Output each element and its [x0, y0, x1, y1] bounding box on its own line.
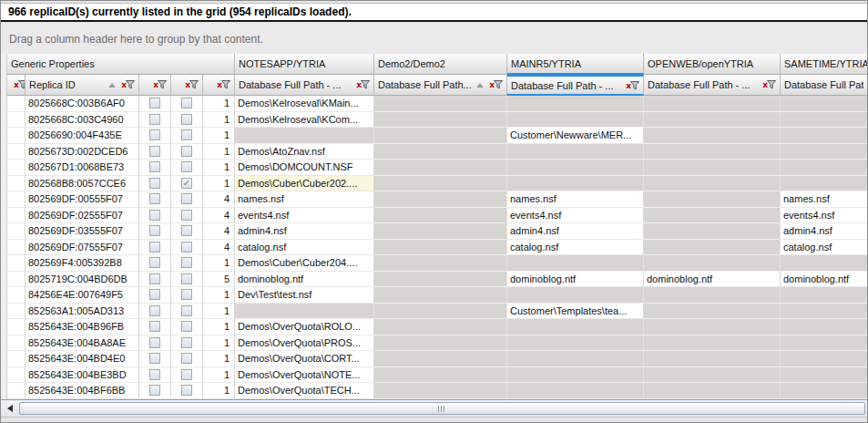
checkbox-unchecked[interactable] — [181, 273, 192, 284]
checkbox-unchecked[interactable] — [149, 369, 160, 380]
path-cell-demo2[interactable] — [374, 335, 507, 352]
path-cell-notesapp[interactable]: admin4.nsf — [235, 223, 374, 240]
replica-count-cell[interactable]: 1 — [203, 255, 235, 272]
column-header-count[interactable]: x — [203, 75, 235, 96]
replica-count-cell[interactable]: 4 — [203, 191, 235, 208]
row-indicator-cell[interactable] — [7, 367, 26, 384]
path-cell-sametime[interactable]: admin4.nsf — [781, 223, 867, 240]
path-cell-mainr5[interactable]: admin4.nsf — [507, 223, 644, 240]
checkbox-unchecked[interactable] — [181, 321, 192, 332]
path-cell-sametime[interactable] — [781, 144, 867, 160]
path-cell-demo2[interactable] — [374, 367, 507, 384]
row-indicator-cell[interactable] — [7, 240, 26, 256]
row-indicator-cell[interactable] — [7, 176, 26, 192]
replica-id-cell[interactable]: 8525643E:004BA8AE — [26, 335, 139, 352]
replica-count-cell[interactable]: 5 — [203, 272, 235, 288]
replica-count-cell[interactable]: 1 — [203, 112, 235, 129]
replica-id-cell[interactable]: 84256E4E:007649F5 — [26, 287, 139, 304]
replica-id-cell[interactable]: 802569F4:005392B8 — [26, 255, 139, 272]
path-cell-mainr5[interactable] — [507, 144, 644, 160]
replica-id-cell[interactable]: 8525643E:004BE3BD — [26, 367, 139, 384]
scrollbar-thumb[interactable] — [19, 402, 865, 415]
replica-id-cell[interactable]: 8525643E:004BD4E0 — [26, 351, 139, 367]
path-cell-sametime[interactable] — [781, 96, 867, 112]
checkbox-unchecked[interactable] — [181, 225, 192, 236]
replica-count-cell[interactable]: 1 — [203, 367, 235, 384]
column-header-notesapp[interactable]: Database Full Path - ...x — [235, 75, 374, 96]
replica-id-cell[interactable]: 8025673D:002DCED6 — [26, 144, 139, 160]
column-header-openweb[interactable]: Database Full Path - ...x — [644, 75, 781, 96]
path-cell-demo2[interactable] — [374, 272, 507, 288]
path-cell-sametime[interactable]: events4.nsf — [781, 208, 867, 224]
path-cell-sametime[interactable] — [781, 319, 867, 335]
path-cell-notesapp[interactable]: Demos\OverQuota\PROS... — [235, 335, 374, 352]
checkbox-unchecked[interactable] — [149, 321, 160, 332]
replica-count-cell[interactable]: 4 — [203, 208, 235, 224]
checkbox-unchecked[interactable] — [149, 225, 160, 236]
group-header-cell[interactable]: OPENWEB/openYTRIA — [644, 54, 781, 75]
path-cell-notesapp[interactable] — [235, 304, 374, 320]
row-indicator-cell[interactable] — [7, 191, 26, 208]
row-indicator-cell[interactable] — [7, 223, 26, 240]
checkbox-unchecked[interactable] — [181, 146, 192, 157]
path-cell-openweb[interactable] — [644, 287, 781, 304]
path-cell-notesapp[interactable]: Demos\OverQuota\CORT... — [235, 351, 374, 367]
path-cell-demo2[interactable] — [374, 112, 507, 129]
filter-icon[interactable]: x — [14, 80, 26, 89]
path-cell-openweb[interactable] — [644, 383, 781, 399]
checkbox-unchecked[interactable] — [149, 273, 160, 284]
checkbox-unchecked[interactable] — [181, 98, 192, 108]
path-cell-notesapp[interactable]: events4.nsf — [235, 208, 374, 224]
row-indicator-cell[interactable] — [7, 208, 26, 224]
path-cell-sametime[interactable] — [781, 287, 867, 304]
horizontal-scrollbar[interactable] — [1, 399, 867, 417]
checkbox-unchecked[interactable] — [149, 98, 160, 108]
group-header-cell[interactable]: NOTESAPP/YTRIA — [235, 54, 374, 75]
group-by-panel[interactable]: Drag a column header here to group by th… — [1, 24, 867, 54]
row-indicator-cell[interactable] — [7, 112, 26, 129]
path-cell-mainr5[interactable] — [507, 176, 644, 192]
path-cell-mainr5[interactable]: dominoblog.ntf — [507, 272, 644, 288]
filter-icon[interactable]: x — [626, 81, 639, 90]
path-cell-demo2[interactable] — [374, 319, 507, 335]
path-cell-sametime[interactable]: dominoblog.ntf — [781, 272, 867, 288]
group-header-cell[interactable]: Generic Properties — [7, 54, 235, 75]
checkbox-unchecked[interactable] — [149, 289, 160, 300]
path-cell-openweb[interactable] — [644, 112, 781, 129]
path-cell-openweb[interactable]: dominoblog.ntf — [644, 272, 781, 288]
checkbox-unchecked[interactable] — [149, 178, 160, 189]
replica-count-cell[interactable]: 1 — [203, 128, 235, 144]
path-cell-demo2[interactable] — [374, 128, 507, 144]
path-cell-demo2[interactable] — [374, 383, 507, 399]
path-cell-mainr5[interactable] — [507, 351, 644, 367]
replica-count-cell[interactable]: 4 — [203, 240, 235, 256]
path-cell-demo2[interactable] — [374, 208, 507, 224]
path-cell-demo2[interactable] — [374, 144, 507, 160]
path-cell-openweb[interactable] — [644, 176, 781, 192]
path-cell-mainr5[interactable] — [507, 383, 644, 399]
row-indicator-cell[interactable] — [7, 255, 26, 272]
path-cell-sametime[interactable] — [781, 304, 867, 320]
filter-icon[interactable]: x — [121, 80, 135, 89]
path-cell-openweb[interactable] — [644, 304, 781, 320]
replica-id-cell[interactable]: 8025668C:003C4960 — [26, 112, 139, 129]
path-cell-openweb[interactable] — [644, 160, 781, 176]
path-cell-notesapp[interactable]: Demos\Cuber\Cuber204.... — [235, 255, 374, 272]
replica-count-cell[interactable]: 1 — [203, 176, 235, 192]
checkbox-unchecked[interactable] — [149, 385, 160, 396]
replica-id-cell[interactable]: 80256690:004F435E — [26, 128, 139, 144]
replica-id-cell[interactable]: 802568B8:0057CCE6 — [26, 176, 139, 192]
path-cell-openweb[interactable] — [644, 335, 781, 352]
path-cell-demo2[interactable] — [374, 176, 507, 192]
row-indicator-cell[interactable] — [7, 287, 26, 304]
checkbox-checked[interactable]: ✓ — [181, 178, 192, 189]
replica-id-cell[interactable]: 802569DF:00555F07 — [26, 191, 139, 208]
path-cell-notesapp[interactable]: Demos\Kelroseval\KMain... — [235, 96, 374, 112]
replica-count-cell[interactable]: 1 — [203, 144, 235, 160]
path-cell-sametime[interactable] — [781, 176, 867, 192]
scroll-left-button[interactable] — [3, 402, 17, 415]
path-cell-notesapp[interactable]: Demos\AtoZnav.nsf — [235, 144, 374, 160]
path-cell-notesapp[interactable]: Dev\Test\test.nsf — [235, 287, 374, 304]
filter-icon[interactable]: x — [356, 80, 370, 89]
checkbox-unchecked[interactable] — [149, 193, 160, 204]
